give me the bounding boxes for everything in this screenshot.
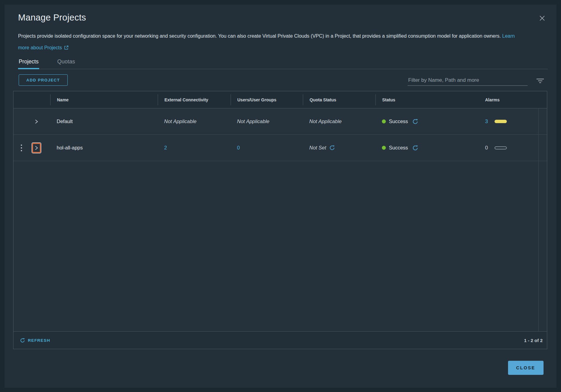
add-project-button[interactable]: ADD PROJECT xyxy=(19,74,68,86)
expand-chevron-icon[interactable] xyxy=(34,145,39,150)
cell-name: Default xyxy=(50,119,158,124)
table-row-hol-all-apps: hol-all-apps 2 0 Not Set Success xyxy=(13,135,547,161)
cell-status: Success xyxy=(375,145,451,151)
column-expand xyxy=(13,94,50,105)
column-header-name[interactable]: Name xyxy=(50,94,158,105)
row-controls xyxy=(13,135,50,161)
cell-external-connectivity: Not Applicable xyxy=(158,119,231,124)
quota-status-label: Not Set xyxy=(309,145,326,151)
alarm-count[interactable]: 3 xyxy=(485,119,488,125)
highlight-annotation-box xyxy=(32,143,41,153)
tab-bar: Projects Quotas xyxy=(18,57,548,69)
column-header-alarms[interactable]: Alarms xyxy=(451,94,547,105)
tab-quotas[interactable]: Quotas xyxy=(57,57,76,69)
refresh-status-icon[interactable] xyxy=(412,145,418,151)
cell-users[interactable]: 0 xyxy=(231,145,303,151)
table-footer: REFRESH 1 - 2 of 2 xyxy=(13,331,547,349)
external-connectivity-link[interactable]: 2 xyxy=(164,145,167,151)
success-status-dot xyxy=(382,119,386,123)
filter-input[interactable] xyxy=(408,76,528,86)
close-icon[interactable] xyxy=(537,13,547,24)
filter-group xyxy=(408,76,544,86)
cell-external-connectivity[interactable]: 2 xyxy=(158,145,231,151)
toolbar: ADD PROJECT xyxy=(19,74,548,86)
row-controls xyxy=(13,108,50,134)
projects-table: Name External Connectivity Users/User Gr… xyxy=(13,91,547,349)
refresh-status-icon[interactable] xyxy=(412,119,418,125)
cell-status: Success xyxy=(375,119,451,125)
cell-quota-status: Not Applicable xyxy=(303,119,375,124)
tab-projects[interactable]: Projects xyxy=(18,57,39,69)
pagination-range: 1 - 2 of 2 xyxy=(524,338,543,343)
cell-name: hol-all-apps xyxy=(50,145,158,151)
table-empty-area xyxy=(13,161,547,331)
dialog-header: Manage Projects xyxy=(13,13,548,24)
refresh-button[interactable]: REFRESH xyxy=(20,338,50,343)
cell-users: Not Applicable xyxy=(231,119,303,124)
page-title: Manage Projects xyxy=(18,13,86,23)
external-link-icon xyxy=(64,45,69,50)
manage-projects-dialog: Manage Projects Projects provide isolate… xyxy=(5,5,556,388)
cell-alarms[interactable]: 0 xyxy=(451,145,547,151)
status-label: Success xyxy=(389,119,408,124)
table-header-row: Name External Connectivity Users/User Gr… xyxy=(13,91,547,108)
table-gutter-divider xyxy=(538,108,539,331)
alarm-bar-empty xyxy=(495,146,507,149)
alarm-bar-filled xyxy=(495,120,507,123)
cell-alarms[interactable]: 3 xyxy=(451,119,547,125)
users-link[interactable]: 0 xyxy=(237,145,240,151)
status-label: Success xyxy=(389,145,408,151)
table-row-default: Default Not Applicable Not Applicable No… xyxy=(13,108,547,135)
success-status-dot xyxy=(382,146,386,150)
alarm-count[interactable]: 0 xyxy=(485,145,488,151)
filter-icon[interactable] xyxy=(536,78,544,84)
column-header-quota-status[interactable]: Quota Status xyxy=(303,94,375,105)
dialog-actions: CLOSE xyxy=(13,361,548,375)
cell-quota-status: Not Set xyxy=(303,145,375,151)
description-text: Projects provide isolated configuration … xyxy=(18,33,501,39)
column-header-external-connectivity[interactable]: External Connectivity xyxy=(158,94,231,105)
row-menu-kebab-icon[interactable] xyxy=(19,143,24,153)
dialog-description: Projects provide isolated configuration … xyxy=(18,30,526,54)
column-header-users[interactable]: Users/User Groups xyxy=(231,94,303,105)
column-header-status[interactable]: Status xyxy=(375,94,451,105)
refresh-quota-icon[interactable] xyxy=(329,145,335,151)
close-button[interactable]: CLOSE xyxy=(508,361,544,375)
refresh-icon xyxy=(20,338,25,343)
expand-chevron-icon[interactable] xyxy=(33,118,40,125)
